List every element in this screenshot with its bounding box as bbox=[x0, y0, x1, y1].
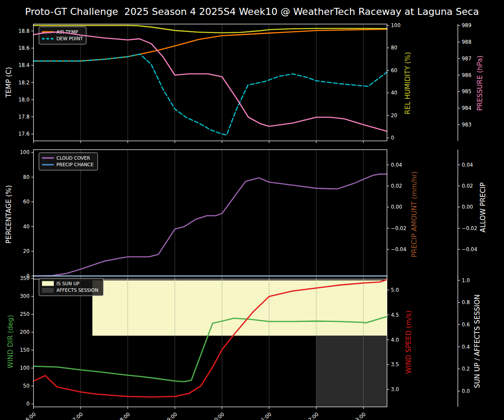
tick-label: −0.04 bbox=[391, 246, 406, 252]
tick-label: 20 bbox=[391, 112, 398, 119]
legend-label: DEW POINT bbox=[56, 36, 83, 41]
tick-label: 250 bbox=[20, 311, 30, 317]
tick-label: 80 bbox=[23, 174, 30, 180]
tick-label: 0 bbox=[391, 135, 394, 141]
air-temp-line bbox=[34, 29, 387, 61]
tick-label: 5.0 bbox=[391, 287, 399, 293]
tick-label: 40 bbox=[23, 224, 30, 230]
weather-chart-canvas: AIR TEMPDEW POINT17.617.818.018.218.418.… bbox=[0, 0, 504, 420]
tick-label: 0.04 bbox=[391, 162, 402, 168]
tick-label: 18.6 bbox=[18, 45, 30, 51]
tick-label: 0.2 bbox=[462, 366, 470, 372]
x-tick-label: 11:00 bbox=[258, 411, 273, 420]
tick-label: 0.02 bbox=[462, 183, 473, 189]
tick-label: 18.0 bbox=[18, 97, 30, 103]
tick-label: 17.8 bbox=[18, 114, 30, 120]
tick-label: 3.0 bbox=[391, 386, 399, 392]
x-tick-label: 10:00 bbox=[210, 411, 225, 420]
tick-label: 985 bbox=[462, 88, 472, 94]
tick-label: −0.04 bbox=[462, 246, 477, 252]
humidity-axis-label: REL HUMIDITY (%) bbox=[404, 52, 412, 114]
x-tick-label: 13:00 bbox=[352, 411, 367, 420]
weather-forecast-figure: Proto-GT Challenge 2025 Season 4 2025S4 … bbox=[0, 0, 504, 420]
tick-label: 987 bbox=[462, 56, 472, 62]
legend-label: AFFECTS SESSION bbox=[56, 287, 98, 293]
pressure-line bbox=[34, 32, 387, 131]
tick-label: 983 bbox=[462, 122, 472, 128]
sun-up-axis-label: SUN UP / AFFECTS SESSION bbox=[473, 294, 481, 388]
legend-label: IS SUN UP bbox=[56, 281, 80, 286]
precip-amount-axis-label: PRECIP AMOUNT (mm/hr) bbox=[410, 172, 418, 258]
affects-session-region bbox=[316, 336, 387, 407]
tick-label: 40 bbox=[391, 90, 398, 96]
cloud-cover-line bbox=[34, 174, 387, 276]
rel-humidity-line bbox=[34, 25, 387, 33]
tick-label: 986 bbox=[462, 72, 472, 78]
x-tick-label: 07:00 bbox=[69, 411, 84, 420]
tick-label: 18.4 bbox=[18, 62, 30, 68]
tick-label: 1.0 bbox=[462, 277, 470, 284]
tick-label: 300 bbox=[20, 293, 30, 299]
tick-label: −0.02 bbox=[391, 225, 406, 231]
percentage-axis-label: PERCENTAGE (%) bbox=[5, 185, 13, 244]
tick-label: 60 bbox=[391, 67, 398, 74]
legend-label: CLOUD COVER bbox=[56, 155, 90, 161]
tick-label: 0.02 bbox=[391, 183, 402, 189]
wind-dir-axis-label: WIND DIR (deg) bbox=[7, 315, 14, 368]
legend-label: PRECIP CHANCE bbox=[56, 162, 94, 167]
tick-label: 0.00 bbox=[391, 204, 402, 210]
x-tick-label: 06:00 bbox=[22, 411, 37, 420]
tick-label: 200 bbox=[20, 329, 30, 335]
tick-label: −0.02 bbox=[462, 225, 477, 231]
temp-axis-label: TEMP (C) bbox=[5, 67, 13, 98]
tick-label: 50 bbox=[23, 383, 30, 389]
tick-label: 0.00 bbox=[462, 204, 473, 210]
tick-label: 0.0 bbox=[462, 388, 470, 394]
wind-speed-axis-label: WIND SPEED (m/s) bbox=[405, 311, 413, 374]
tick-label: 3.5 bbox=[391, 361, 399, 368]
tick-label: 984 bbox=[462, 105, 472, 111]
legend-swatch bbox=[42, 288, 54, 293]
tick-label: 0 bbox=[26, 401, 29, 407]
pressure-axis-label: PRESSURE (hPa) bbox=[476, 56, 484, 111]
tick-label: 100 bbox=[20, 365, 30, 371]
x-tick-label: 09:00 bbox=[163, 411, 178, 420]
tick-label: 18.2 bbox=[18, 80, 30, 86]
tick-label: 150 bbox=[20, 347, 30, 353]
tick-label: 0.4 bbox=[462, 344, 470, 350]
x-tick-label: 08:00 bbox=[116, 411, 131, 420]
tick-label: 4.0 bbox=[391, 337, 399, 343]
tick-label: 17.6 bbox=[18, 131, 30, 137]
tick-label: 80 bbox=[391, 45, 398, 51]
tick-label: 0.04 bbox=[462, 162, 473, 168]
tick-label: 60 bbox=[23, 199, 30, 205]
allow-precip-axis-label: ALLOW PRECIP bbox=[479, 182, 487, 232]
tick-label: 18.8 bbox=[18, 28, 30, 34]
tick-label: 4.5 bbox=[391, 312, 399, 318]
tick-label: 988 bbox=[462, 39, 472, 45]
tick-label: 100 bbox=[20, 149, 30, 155]
tick-label: 0.6 bbox=[462, 322, 470, 328]
x-tick-label: 12:00 bbox=[304, 411, 319, 420]
tick-label: 989 bbox=[462, 22, 472, 28]
tick-label: 20 bbox=[23, 248, 30, 254]
tick-label: 100 bbox=[391, 22, 401, 28]
tick-label: 350 bbox=[20, 275, 30, 281]
legend-swatch bbox=[42, 281, 54, 286]
dew-point-line bbox=[34, 54, 387, 135]
tick-label: 0.8 bbox=[462, 299, 470, 305]
